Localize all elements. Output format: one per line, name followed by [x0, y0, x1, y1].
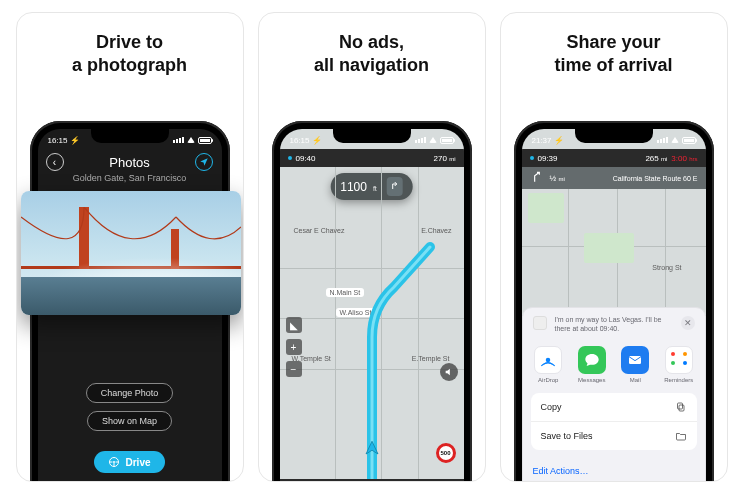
share-messages[interactable]: Messages [572, 346, 612, 383]
save-to-files-action[interactable]: Save to Files [531, 422, 697, 450]
action-label: Save to Files [541, 431, 593, 441]
battery-icon [440, 137, 454, 144]
photo-location-label: Golden Gate, San Francisco [38, 173, 222, 183]
toggle-3d-button[interactable]: ◣ [286, 317, 302, 333]
signal-icon [415, 137, 426, 143]
status-indicators [415, 137, 454, 144]
share-app-label: Mail [630, 377, 641, 383]
voice-toggle-button[interactable] [440, 363, 458, 381]
svg-point-2 [546, 357, 551, 362]
map-controls: ◣ + − [286, 317, 302, 377]
gps-dot-icon [530, 156, 534, 160]
action-label: Copy [541, 402, 562, 412]
map-view[interactable]: Cesar E Chavez E.Chavez N.Main St W.Alis… [280, 167, 464, 482]
vehicle-chevron-icon [363, 439, 381, 461]
bottom-info-bar: ≡ april 25 12 mph N.Main St › ✕ [280, 479, 464, 482]
share-app-label: Reminders [664, 377, 693, 383]
notch [575, 129, 653, 143]
share-mail[interactable]: Mail [615, 346, 655, 383]
wifi-icon [671, 137, 679, 143]
phone-frame: 21:37 ⚡ 09:39 265 mi 3:00 hrs ½ mi Calif… [514, 121, 714, 482]
instruction-road: California State Route 60 E [613, 175, 698, 182]
card-title: No ads, all navigation [304, 13, 439, 76]
share-sheet: I'm on my way to Las Vegas. I'll be ther… [522, 307, 706, 482]
copy-action[interactable]: Copy [531, 393, 697, 422]
messages-icon [578, 346, 606, 374]
status-time: 21:37 ⚡ [532, 136, 564, 145]
battery-icon [682, 137, 696, 144]
share-message-text: I'm on my way to Las Vegas. I'll be ther… [555, 316, 673, 334]
phone-frame: 16:15 ⚡ 09:40 270 mi 1100 ft [272, 121, 472, 482]
reminders-icon [665, 346, 693, 374]
water [21, 277, 241, 315]
share-airdrop[interactable]: AirDrop [528, 346, 568, 383]
screen-title: Photos [109, 155, 149, 170]
folder-icon [675, 430, 687, 442]
hud-arrival-time: 09:39 [538, 154, 558, 163]
promo-card-share-eta: Share your time of arrival 21:37 ⚡ 09:39… [500, 12, 728, 482]
promo-card-drive-to-photo: Drive to a photograph 16:15 ⚡ ‹ Photos G… [16, 12, 244, 482]
park-area [584, 233, 634, 263]
status-time: 16:15 ⚡ [290, 136, 322, 145]
card-title: Drive to a photograph [62, 13, 197, 76]
show-on-map-button[interactable]: Show on Map [87, 411, 172, 431]
nav-hud: 09:39 265 mi 3:00 hrs [522, 149, 706, 167]
nav-header: ‹ Photos [38, 149, 222, 175]
hud-distance-unit: mi [449, 156, 455, 162]
share-reminders[interactable]: Reminders [659, 346, 699, 383]
hud-delay: 3:00 [671, 154, 687, 163]
selected-photograph[interactable] [21, 191, 241, 315]
card-title: Share your time of arrival [544, 13, 682, 76]
notch [333, 129, 411, 143]
gps-dot-icon [288, 156, 292, 160]
wifi-icon [187, 137, 195, 143]
change-photo-button[interactable]: Change Photo [86, 383, 174, 403]
svg-rect-4 [679, 405, 684, 411]
battery-icon [198, 137, 212, 144]
svg-point-1 [113, 461, 115, 463]
zoom-in-button[interactable]: + [286, 339, 302, 355]
signal-icon [173, 137, 184, 143]
speed-limit-sign: 500 [436, 443, 456, 463]
share-app-label: AirDrop [538, 377, 558, 383]
route-line [280, 167, 464, 482]
instruction-distance: ½ [550, 174, 557, 183]
promo-card-no-ads: No ads, all navigation 16:15 ⚡ 09:40 270… [258, 12, 486, 482]
edit-actions-link[interactable]: Edit Actions… [523, 458, 705, 483]
drive-button[interactable]: Drive [94, 451, 164, 473]
share-actions-list: Copy Save to Files [531, 393, 697, 450]
speaker-icon [444, 367, 454, 377]
location-arrow-icon [199, 157, 209, 167]
status-time: 16:15 ⚡ [48, 136, 80, 145]
instruction-bar: ½ mi California State Route 60 E [522, 167, 706, 189]
hud-remaining-distance: 270 [434, 154, 447, 163]
close-sheet-button[interactable]: ✕ [681, 316, 695, 330]
drive-button-label: Drive [125, 457, 150, 468]
street-label: Strong St [652, 264, 681, 271]
status-indicators [173, 137, 212, 144]
signal-icon [657, 137, 668, 143]
phone-screen: 16:15 ⚡ 09:40 270 mi 1100 ft [280, 129, 464, 482]
svg-rect-5 [677, 403, 682, 409]
hud-remaining-distance: 265 [645, 154, 658, 163]
hud-arrival-time: 09:40 [296, 154, 316, 163]
notch [91, 129, 169, 143]
share-apps-row: AirDrop Messages Mail [523, 342, 705, 393]
merge-right-icon [530, 170, 544, 186]
status-indicators [657, 137, 696, 144]
park-area [528, 193, 564, 223]
share-app-label: Messages [578, 377, 605, 383]
airdrop-icon [534, 346, 562, 374]
copy-icon [675, 401, 687, 413]
recenter-button[interactable] [195, 153, 213, 171]
wifi-icon [429, 137, 437, 143]
nav-hud: 09:40 270 mi [280, 149, 464, 167]
steering-wheel-icon [108, 456, 120, 468]
mail-icon [621, 346, 649, 374]
back-button[interactable]: ‹ [46, 153, 64, 171]
svg-rect-3 [629, 356, 641, 364]
share-thumbnail [533, 316, 547, 330]
phone-screen: 21:37 ⚡ 09:39 265 mi 3:00 hrs ½ mi Calif… [522, 129, 706, 482]
zoom-out-button[interactable]: − [286, 361, 302, 377]
